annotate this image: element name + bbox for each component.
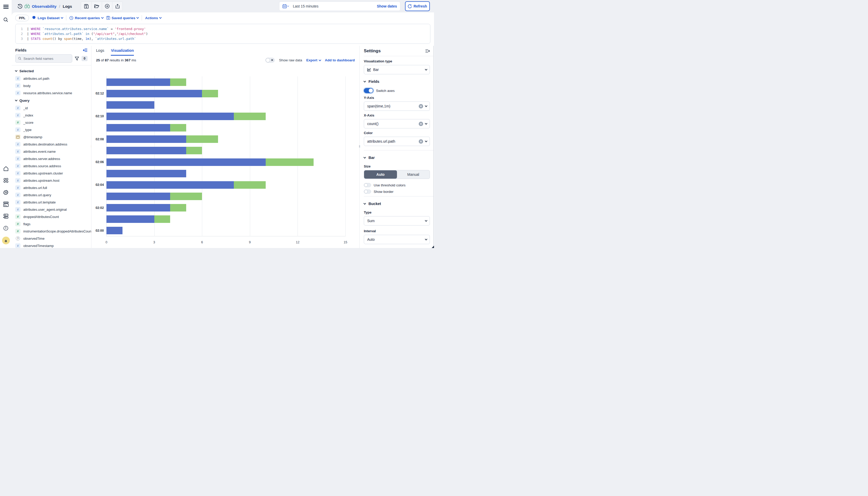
field-item[interactable]: t_type — [15, 126, 88, 133]
field-item[interactable]: tattributes.url.query — [15, 191, 88, 199]
size-manual-option[interactable]: Manual — [397, 170, 430, 179]
bar-02:05 — [106, 170, 186, 177]
bar-accordion[interactable]: Bar — [364, 154, 430, 162]
clear-icon — [419, 122, 423, 126]
share-icon[interactable] — [112, 2, 123, 11]
time-range-value[interactable]: Last 15 minutes — [293, 4, 319, 8]
query-toolbar: PPL Logs Dataset Recent queries Saved qu… — [12, 12, 434, 22]
field-item[interactable]: tattributes.destination.address — [15, 141, 88, 148]
settings-scrollbar[interactable] — [433, 46, 434, 248]
field-item[interactable]: tattributes.upstream.cluster — [15, 170, 88, 177]
y-axis-select[interactable]: span(time,1m) — [364, 102, 430, 111]
bar-chart-icon — [367, 68, 371, 72]
bucket-interval-select[interactable]: Auto — [364, 235, 430, 244]
field-type-icon: # — [15, 214, 20, 219]
dev-tools-icon[interactable] — [3, 201, 9, 207]
query-line[interactable]: 3| STATS count() by span(time, 1m), `att… — [16, 36, 430, 41]
info-icon[interactable] — [3, 225, 9, 231]
viz-type-select[interactable]: Bar — [364, 65, 430, 74]
new-query-icon[interactable] — [102, 2, 112, 11]
open-folder-icon[interactable] — [91, 2, 102, 11]
show-border-toggle[interactable]: Show border — [364, 189, 430, 193]
menu-icon[interactable] — [3, 3, 9, 10]
bar-02:07 — [106, 147, 202, 154]
save-icon[interactable] — [81, 2, 91, 11]
home-icon[interactable] — [3, 165, 9, 172]
bar-segment — [106, 204, 170, 212]
field-type-icon: t — [15, 178, 20, 183]
query-language-picker[interactable]: PPL — [15, 15, 29, 21]
query-line[interactable]: 2| WHERE `attributes.url.path` in ("/api… — [16, 31, 430, 36]
add-to-dashboard-button[interactable]: Add to dashboard — [325, 58, 355, 62]
export-button[interactable]: Export — [306, 58, 321, 62]
bar-segment — [106, 135, 186, 143]
field-item[interactable]: #flags — [15, 220, 88, 228]
switch-axes-toggle[interactable]: Switch axes — [364, 88, 430, 93]
field-item[interactable]: @timestamp — [15, 133, 88, 141]
bucket-type-select[interactable]: Sum — [364, 216, 430, 226]
field-item[interactable]: tbody — [15, 82, 88, 89]
add-panel-icon[interactable] — [3, 213, 9, 219]
field-item[interactable]: tattributes.server.address — [15, 155, 88, 162]
ppl-query-editor[interactable]: 1| WHERE `resource.attributes.service.na… — [15, 24, 430, 44]
bucket-accordion[interactable]: Bucket — [364, 200, 430, 208]
bar-segment — [106, 78, 170, 86]
collapse-fields-panel-icon[interactable] — [83, 48, 88, 52]
collapse-settings-panel-icon[interactable] — [425, 49, 430, 53]
field-item[interactable]: #droppedAttributesCount — [15, 213, 88, 220]
show-dates-button[interactable]: Show dates — [377, 4, 397, 8]
x-axis-select[interactable]: count() — [364, 119, 430, 128]
user-avatar[interactable]: a — [2, 237, 10, 244]
bar-segment — [154, 215, 170, 223]
field-type-icon: t — [15, 142, 20, 146]
saved-queries-button[interactable]: Saved queries — [106, 16, 139, 20]
y-axis-tick: 02:12 — [91, 88, 104, 99]
field-item[interactable]: tattributes.upstream.host — [15, 177, 88, 184]
size-auto-option[interactable]: Auto — [364, 170, 397, 179]
history-icon[interactable] — [17, 4, 22, 9]
field-item[interactable]: tattributes.source.address — [15, 162, 88, 170]
threshold-colors-toggle[interactable]: Use threshold colors — [364, 183, 430, 187]
field-filter-icon[interactable] — [75, 57, 79, 61]
color-select[interactable]: attributes.url.path — [364, 137, 430, 146]
date-picker[interactable]: Last 15 minutes Show dates — [279, 2, 400, 11]
field-item[interactable]: tattributes.url.path — [15, 75, 88, 82]
dataset-selector[interactable]: Logs Dataset — [32, 16, 63, 20]
show-raw-data-toggle[interactable] — [265, 58, 275, 63]
field-item[interactable]: tobservedTimestamp — [15, 242, 88, 248]
global-search-icon[interactable] — [3, 16, 9, 23]
settings-resize-handle[interactable]: ‖ — [359, 144, 360, 148]
field-item[interactable]: tattributes.user_agent.original — [15, 206, 88, 213]
field-item[interactable]: tattributes.url.template — [15, 199, 88, 206]
field-search-input[interactable] — [15, 55, 72, 63]
settings-gear-icon[interactable] — [3, 189, 9, 196]
x-axis-tick: 3 — [149, 241, 160, 244]
breadcrumb-section[interactable]: Observability — [32, 4, 57, 9]
refresh-button[interactable]: Refresh — [405, 1, 430, 11]
recent-queries-button[interactable]: Recent queries — [69, 16, 103, 20]
field-item[interactable]: ?observedTime — [15, 235, 88, 242]
fields-accordion[interactable]: Fields — [364, 77, 430, 86]
calendar-icon[interactable] — [282, 4, 289, 8]
actions-menu-button[interactable]: Actions — [145, 16, 161, 20]
bar-02:02 — [106, 204, 186, 212]
field-section-header[interactable]: Query — [15, 96, 88, 104]
apps-icon[interactable] — [3, 177, 9, 184]
tab-logs[interactable]: Logs — [96, 48, 104, 56]
query-line[interactable]: 1| WHERE `resource.attributes.service.na… — [16, 27, 430, 31]
field-item[interactable]: tattributes.url.full — [15, 184, 88, 191]
tab-visualization[interactable]: Visualization — [111, 48, 134, 56]
field-type-icon: ? — [15, 236, 20, 241]
bar-size-segmented: Auto Manual — [364, 170, 430, 179]
window-resize-corner[interactable] — [432, 246, 434, 248]
field-section-header[interactable]: Selected — [15, 67, 88, 75]
field-item[interactable]: t_id — [15, 104, 88, 112]
field-item[interactable]: #_score — [15, 119, 88, 126]
field-item[interactable]: t_index — [15, 112, 88, 119]
bar-segment — [234, 181, 266, 189]
field-item[interactable]: #instrumentationScope.droppedAttributesC… — [15, 228, 88, 235]
bar-chart: 02:1202:1002:0802:0602:0402:0202:00 0369… — [91, 64, 359, 248]
field-item[interactable]: tattributes.event.name — [15, 148, 88, 155]
y-axis-tick: 02:00 — [91, 225, 104, 236]
field-item[interactable]: tresource.attributes.service.name — [15, 89, 88, 96]
